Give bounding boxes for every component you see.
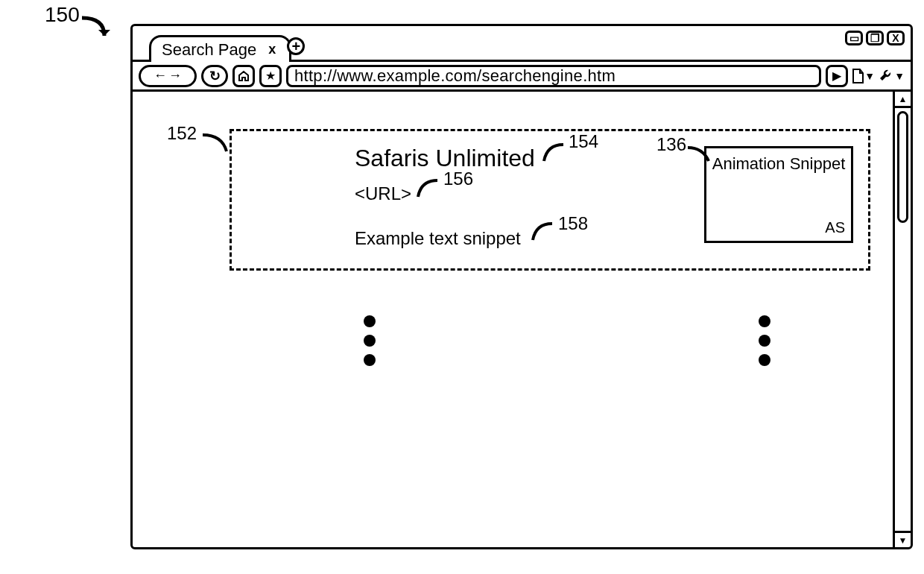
- callout-hook: [530, 219, 560, 245]
- play-icon: ▶: [832, 69, 841, 83]
- tools-menu[interactable]: ▼: [878, 65, 905, 87]
- vertical-scrollbar[interactable]: ▲ ▼: [893, 92, 911, 547]
- bookmark-button[interactable]: ★: [259, 65, 282, 87]
- maximize-button[interactable]: ❐: [866, 31, 884, 45]
- toolbar: ← → ↻ ★ http://www.example.com/searcheng…: [133, 62, 911, 92]
- home-button[interactable]: [232, 65, 255, 87]
- scroll-up-button[interactable]: ▲: [895, 92, 911, 108]
- scroll-down-button[interactable]: ▼: [895, 531, 911, 547]
- callout-hook: [541, 140, 571, 165]
- figure-ref-136: 136: [656, 134, 686, 155]
- reload-button[interactable]: ↻: [201, 65, 228, 87]
- go-button[interactable]: ▶: [826, 65, 848, 87]
- figure-ref-156: 156: [443, 168, 473, 189]
- tab-title: Search Page: [162, 40, 256, 60]
- url-text: http://www.example.com/searchengine.htm: [294, 66, 616, 86]
- browser-tab[interactable]: Search Page x: [149, 35, 291, 62]
- animation-snippet-label: Animation Snippet: [706, 154, 851, 174]
- page-content: 152 Safaris Unlimited <URL> Example text…: [133, 92, 911, 547]
- more-results-ellipsis-icon: [364, 315, 376, 366]
- figure-ref-152: 152: [167, 123, 197, 144]
- new-tab-button[interactable]: +: [287, 37, 305, 55]
- result-text-snippet: Example text snippet: [355, 228, 521, 249]
- page-menu[interactable]: ▼: [851, 65, 875, 87]
- figure-ref-arrow: [75, 13, 127, 51]
- titlebar: Search Page x + ▭ ❐ X: [133, 26, 911, 62]
- forward-icon[interactable]: →: [168, 68, 182, 83]
- callout-hook: [415, 176, 445, 201]
- back-icon[interactable]: ←: [154, 68, 167, 83]
- search-result: Safaris Unlimited <URL> Example text sni…: [230, 129, 870, 271]
- close-window-button[interactable]: X: [887, 31, 905, 45]
- browser-window: Search Page x + ▭ ❐ X ← → ↻ ★ htt: [130, 24, 913, 549]
- page-icon: [851, 68, 864, 84]
- animation-snippet-code: AS: [825, 219, 845, 236]
- tab-close-icon[interactable]: x: [268, 42, 276, 57]
- figure-ref-158: 158: [558, 213, 588, 234]
- nav-back-forward[interactable]: ← →: [139, 65, 197, 87]
- figure-ref-154: 154: [569, 131, 598, 152]
- more-results-ellipsis-icon: [759, 315, 770, 366]
- animation-snippet-box[interactable]: Animation Snippet AS: [704, 146, 853, 243]
- window-controls: ▭ ❐ X: [845, 31, 905, 45]
- star-icon: ★: [265, 69, 276, 83]
- result-url[interactable]: <URL>: [355, 183, 411, 204]
- wrench-icon: [878, 68, 894, 84]
- chevron-down-icon: ▼: [864, 70, 875, 82]
- home-icon: [238, 70, 250, 82]
- url-bar[interactable]: http://www.example.com/searchengine.htm: [286, 65, 821, 87]
- chevron-down-icon: ▼: [894, 70, 905, 82]
- scroll-thumb[interactable]: [897, 111, 908, 223]
- minimize-button[interactable]: ▭: [845, 31, 863, 45]
